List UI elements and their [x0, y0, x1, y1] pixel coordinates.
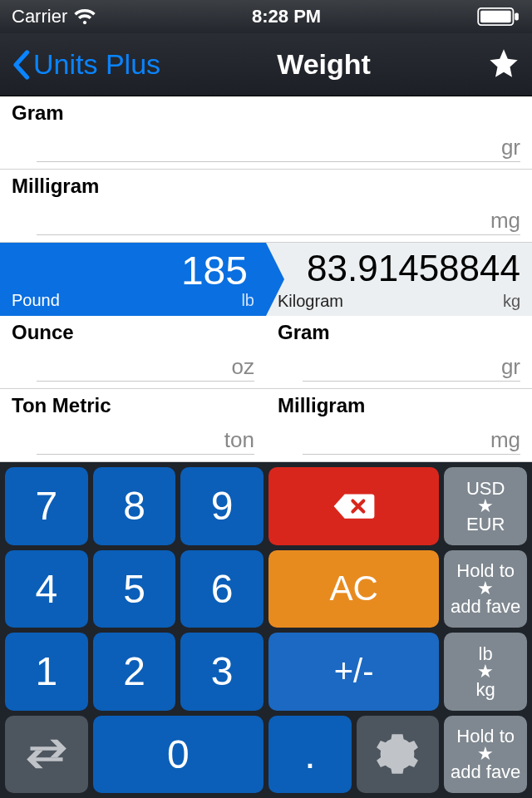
svg-rect-2: [515, 12, 519, 20]
unit-value: 83.91458844: [307, 248, 520, 289]
underline: [37, 161, 520, 162]
unit-name: Kilogram: [278, 292, 343, 311]
fave-bottom: EUR: [466, 514, 505, 534]
unit-name: Gram: [278, 321, 330, 344]
unit-cell[interactable]: Ton Metric ton: [0, 389, 266, 462]
key-settings[interactable]: [357, 716, 440, 794]
unit-cell[interactable]: Milligram mg: [266, 389, 532, 462]
clock: 8:28 PM: [252, 6, 321, 27]
unit-name: Milligram: [278, 394, 365, 417]
star-icon: ★: [477, 746, 494, 761]
page-title: Weight: [277, 48, 371, 81]
unit-abbr: lb: [241, 291, 254, 310]
key-swap[interactable]: [5, 716, 88, 794]
key-5[interactable]: 5: [93, 550, 176, 628]
unit-abbr: oz: [232, 354, 254, 380]
unit-name: Gram: [12, 101, 64, 125]
underline: [37, 454, 254, 455]
unit-row[interactable]: Gram gr: [0, 96, 532, 170]
wifi-icon: [74, 8, 96, 25]
star-icon: ★: [477, 664, 494, 679]
unit-abbr: kg: [503, 292, 520, 311]
key-fave-empty-2[interactable]: Hold to ★ add fave: [444, 716, 527, 794]
unit-name: Ton Metric: [12, 394, 111, 417]
unit-name: Ounce: [12, 321, 74, 344]
underline: [303, 381, 520, 382]
star-icon: ★: [477, 581, 494, 596]
star-icon: ★: [477, 499, 494, 514]
back-button[interactable]: Units Plus: [12, 48, 160, 81]
key-9[interactable]: 9: [180, 467, 264, 545]
keypad: 7 8 9 USD ★ EUR 4 5 6 AC Hold to ★ add f…: [0, 462, 532, 798]
unit-cell-target[interactable]: 83.91458844 Kilogram kg: [266, 243, 532, 316]
unit-list[interactable]: Gram gr Milligram mg 185 Pound lb 83.914…: [0, 96, 532, 462]
key-fave-empty-1[interactable]: Hold to ★ add fave: [444, 550, 527, 628]
key-backspace[interactable]: [268, 467, 439, 545]
underline: [37, 234, 520, 235]
arrow-icon: [266, 243, 284, 316]
back-label: Units Plus: [33, 48, 160, 81]
backspace-icon: [332, 485, 376, 528]
unit-row-active[interactable]: 185 Pound lb 83.91458844 Kilogram kg: [0, 243, 532, 316]
unit-abbr: mg: [490, 208, 520, 234]
key-plus-minus[interactable]: +/-: [268, 633, 439, 711]
key-6[interactable]: 6: [180, 550, 264, 628]
nav-bar: Units Plus Weight: [0, 33, 532, 96]
status-bar: Carrier 8:28 PM: [0, 0, 532, 33]
key-fave-usd-eur[interactable]: USD ★ EUR: [444, 467, 527, 545]
unit-abbr: gr: [501, 354, 520, 380]
key-0[interactable]: 0: [93, 716, 264, 794]
swap-icon: [25, 732, 68, 776]
favorite-button[interactable]: [487, 47, 520, 83]
unit-row[interactable]: Ounce oz Gram gr: [0, 316, 532, 389]
unit-abbr: mg: [490, 427, 520, 453]
unit-cell-source[interactable]: 185 Pound lb: [0, 243, 266, 316]
key-2[interactable]: 2: [93, 633, 176, 711]
key-ac[interactable]: AC: [268, 550, 439, 628]
fave-line2: add fave: [451, 761, 520, 782]
unit-cell[interactable]: Ounce oz: [0, 316, 266, 389]
carrier-label: Carrier: [12, 6, 67, 27]
svg-rect-1: [480, 11, 511, 23]
star-icon: [487, 47, 520, 80]
unit-row[interactable]: Milligram mg: [0, 170, 532, 243]
chevron-left-icon: [12, 50, 30, 80]
unit-cell[interactable]: Milligram mg: [0, 170, 532, 243]
unit-value: 185: [181, 248, 248, 293]
gear-icon: [376, 732, 419, 776]
unit-name: Milligram: [12, 175, 99, 198]
fave-bottom: kg: [476, 679, 495, 700]
unit-abbr: ton: [224, 427, 254, 453]
key-3[interactable]: 3: [180, 633, 264, 711]
key-fave-lb-kg[interactable]: lb ★ kg: [444, 633, 527, 711]
unit-row[interactable]: Ton Metric ton Milligram mg: [0, 389, 532, 462]
unit-name: Pound: [12, 291, 60, 310]
battery-icon: [477, 7, 520, 26]
fave-line2: add fave: [451, 596, 520, 617]
key-7[interactable]: 7: [5, 467, 88, 545]
underline: [37, 381, 254, 382]
unit-cell[interactable]: Gram gr: [266, 316, 532, 389]
key-4[interactable]: 4: [5, 550, 88, 628]
unit-abbr: gr: [501, 135, 520, 160]
key-1[interactable]: 1: [5, 633, 88, 711]
unit-cell[interactable]: Gram gr: [0, 96, 532, 170]
underline: [303, 454, 520, 455]
key-8[interactable]: 8: [93, 467, 176, 545]
key-dot[interactable]: .: [268, 716, 352, 794]
